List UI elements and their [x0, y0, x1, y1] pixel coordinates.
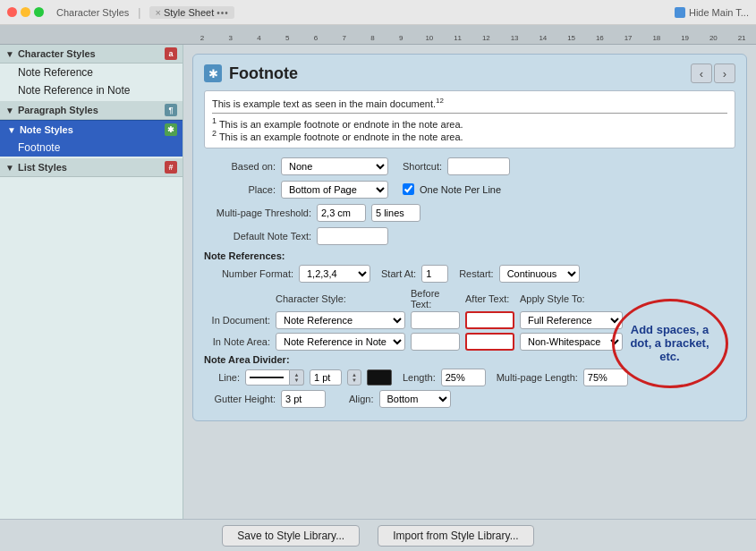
pt-stepper[interactable]: ▲ ▼: [347, 369, 361, 386]
top-bar: Character Styles | × Style Sheet ••• Hid…: [0, 0, 756, 25]
panel-star-icon: ✱: [204, 64, 222, 82]
restart-select[interactable]: Continuous: [499, 265, 580, 283]
based-on-label: Based on:: [204, 161, 276, 172]
gutter-input[interactable]: [281, 390, 326, 408]
ruler-mark: 20: [700, 34, 728, 42]
char-styles-badge: a: [165, 47, 177, 60]
ruler-mark: 21: [727, 34, 756, 42]
multipage-row: Multi-page Threshold:: [204, 204, 735, 222]
main-layout: ▼ Character Styles a Note Reference Note…: [0, 45, 756, 519]
list-styles-header[interactable]: ▼ List Styles #: [0, 158, 183, 177]
place-select[interactable]: Bottom of Page: [281, 181, 388, 199]
in-note-area-char-style-select[interactable]: Note Reference in Note: [276, 333, 405, 351]
window-controls: [7, 7, 44, 17]
para-section-arrow: ▼: [5, 106, 14, 115]
default-note-input[interactable]: [317, 227, 388, 245]
note-styles-icon: ✱: [165, 123, 177, 136]
note-references-title: Note References:: [204, 250, 735, 261]
ruler-mark: 17: [614, 34, 642, 42]
panel-title-area: ✱ Footnote: [204, 64, 298, 83]
color-box[interactable]: [367, 369, 392, 386]
preview-note-1: 1 This is an example footnote or endnote…: [212, 116, 727, 130]
tab-dots[interactable]: •••: [217, 8, 229, 18]
note-num-1: 1: [212, 116, 217, 125]
line-stepper-down[interactable]: ▼: [294, 377, 300, 383]
restart-label: Restart:: [459, 268, 494, 279]
default-note-label: Default Note Text:: [204, 231, 311, 242]
import-from-library-button[interactable]: Import from Style Library...: [378, 525, 533, 547]
length-input[interactable]: [441, 369, 486, 386]
maximize-btn[interactable]: [34, 7, 44, 17]
in-note-area-after-input[interactable]: [465, 333, 514, 351]
hide-main-toggle[interactable]: Hide Main T...: [675, 7, 749, 18]
align-select[interactable]: Bottom: [379, 390, 451, 408]
preview-divider: [212, 113, 727, 114]
tab-close-icon[interactable]: ×: [155, 7, 160, 18]
note-num-2: 2: [212, 129, 217, 138]
nav-back-button[interactable]: ‹: [691, 64, 712, 83]
tab-title: Style Sheet: [164, 7, 214, 18]
in-document-apply-select[interactable]: Full Reference: [520, 311, 623, 329]
number-format-row: Number Format: 1,2,3,4 Start At: Restart…: [204, 265, 735, 283]
sidebar-item-footnote[interactable]: Footnote: [0, 139, 183, 157]
ruler-mark: 4: [245, 34, 274, 42]
ruler-mark: 8: [359, 34, 387, 42]
multipage-input[interactable]: [317, 204, 366, 222]
footnote-panel: ✱ Footnote ‹ › This is example text as s…: [192, 54, 747, 421]
one-note-per-line-checkbox[interactable]: [403, 183, 414, 195]
character-styles-header[interactable]: ▼ Character Styles a: [0, 45, 183, 64]
number-format-label: Number Format:: [204, 268, 293, 279]
number-format-select[interactable]: 1,2,3,4: [299, 265, 370, 283]
hide-main-checkbox[interactable]: [675, 7, 685, 18]
nav-forward-button[interactable]: ›: [714, 64, 735, 83]
one-note-per-line-label: One Note Per Line: [420, 184, 501, 195]
ruler-mark: 5: [273, 34, 302, 42]
in-document-label: In Document:: [204, 315, 270, 326]
pt-stepper-down[interactable]: ▼: [352, 377, 357, 383]
close-btn[interactable]: [7, 7, 17, 17]
in-note-area-apply-select[interactable]: Non-Whitespace: [520, 333, 623, 351]
in-note-area-before-input[interactable]: [411, 333, 460, 351]
align-label: Align:: [349, 394, 374, 404]
minimize-btn[interactable]: [21, 7, 30, 17]
char-style-header: Character Style:: [276, 293, 405, 304]
sidebar-item-note-reference[interactable]: Note Reference: [0, 64, 183, 81]
multipage-label: Multi-page Threshold:: [204, 208, 311, 218]
line-stepper[interactable]: ▲ ▼: [290, 369, 304, 386]
sidebar-tab-char[interactable]: Character Styles: [56, 7, 129, 18]
preview-note-2: 2 This is an example footnote or endnote…: [212, 129, 727, 142]
start-at-input[interactable]: [421, 265, 448, 283]
line-display-line: [250, 377, 284, 378]
paragraph-styles-header[interactable]: ▼ Paragraph Styles ¶: [0, 101, 183, 120]
line-pt-input[interactable]: [310, 369, 342, 386]
ruler-mark: 15: [557, 34, 586, 42]
ruler-mark: 13: [500, 34, 529, 42]
in-document-before-input[interactable]: [411, 311, 460, 329]
ruler-mark: 3: [217, 34, 245, 42]
line-select-wrap: ▲ ▼: [245, 369, 304, 386]
based-on-row: Based on: None Shortcut:: [204, 157, 735, 175]
note-styles-header[interactable]: ▼ Note Styles ✱: [0, 120, 183, 139]
save-to-library-button[interactable]: Save to Style Library...: [222, 525, 360, 547]
content-area: ✱ Footnote ‹ › This is example text as s…: [183, 45, 756, 519]
apply-style-header: Apply Style To:: [520, 293, 623, 304]
before-text-header: Before Text:: [411, 288, 460, 309]
stylesheet-tab[interactable]: × Style Sheet •••: [149, 6, 234, 19]
ruler-mark: 6: [302, 34, 330, 42]
length-label: Length:: [403, 372, 436, 383]
based-on-select[interactable]: None: [281, 157, 388, 175]
shortcut-input[interactable]: [447, 157, 510, 175]
in-document-after-input[interactable]: [465, 311, 514, 329]
lines-input[interactable]: [371, 204, 420, 222]
ruler-mark: 2: [188, 34, 217, 42]
character-styles-label: Character Styles: [18, 48, 96, 59]
sidebar: ▼ Character Styles a Note Reference Note…: [0, 45, 183, 519]
line-label: Line:: [204, 372, 240, 383]
in-document-char-style-select[interactable]: Note Reference: [276, 311, 405, 329]
ruler-mark: 14: [529, 34, 557, 42]
ruler-mark: 16: [586, 34, 615, 42]
panel-nav: ‹ ›: [691, 64, 735, 83]
annotation-bubble: Add spaces, a dot, a bracket, etc.: [612, 299, 728, 388]
ruler-mark: 11: [444, 34, 472, 42]
sidebar-item-note-reference-in-note[interactable]: Note Reference in Note: [0, 81, 183, 99]
